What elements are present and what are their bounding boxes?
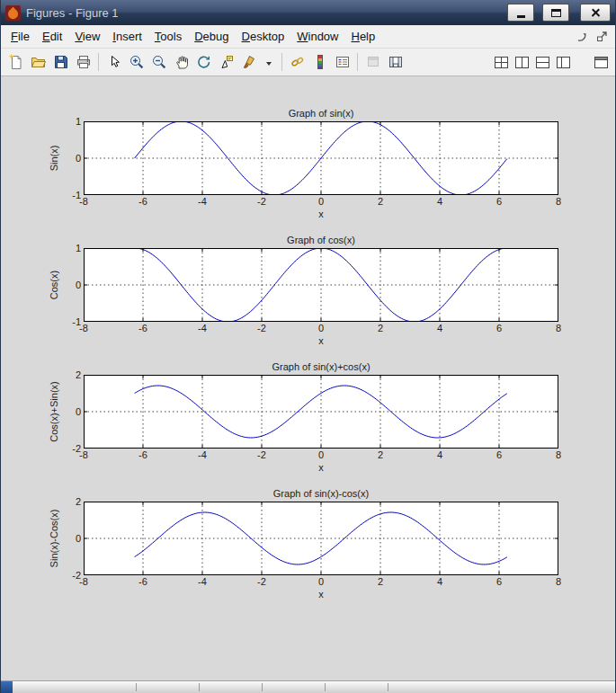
new-figure-button[interactable] [4, 51, 27, 74]
x-tick-label: -4 [198, 576, 207, 587]
tile-left-button[interactable] [554, 51, 572, 74]
cos-plot[interactable] [84, 248, 558, 322]
minimize-figure-button[interactable] [574, 30, 590, 44]
menu-desktop[interactable]: Desktop [236, 27, 291, 46]
maximize-figure-button[interactable] [592, 51, 610, 74]
plot-title: Graph of sin(x)-cos(x) [84, 487, 558, 502]
tile-vertical-button[interactable] [513, 51, 531, 74]
plot-title: Graph of sin(x)+cos(x) [84, 360, 558, 375]
minimize-button[interactable] [507, 4, 534, 22]
undock-figure-button[interactable] [594, 30, 610, 44]
tile-left-icon [557, 57, 570, 68]
data-cursor-button[interactable] [215, 51, 237, 74]
tile-horizontal-button[interactable] [533, 51, 551, 74]
show-plot-tools-button[interactable] [384, 51, 406, 74]
tile-vertical-icon [515, 57, 529, 68]
y-tick-label: 0 [76, 280, 81, 290]
x-tick-label: -6 [138, 323, 147, 333]
menu-file[interactable]: File [4, 27, 36, 46]
insert-colorbar-button[interactable] [308, 51, 331, 74]
insert-legend-button[interactable] [331, 51, 353, 74]
menu-window[interactable]: Window [290, 27, 344, 46]
close-icon [591, 8, 601, 18]
menu-view[interactable]: View [68, 27, 106, 46]
sin-plus-cos-plot[interactable] [84, 375, 558, 449]
zoom-out-button[interactable] [147, 51, 170, 74]
maximize-figure-icon [594, 57, 608, 68]
pan-button[interactable] [170, 51, 192, 74]
x-tick-label: 2 [378, 323, 383, 333]
sin-plot[interactable] [84, 121, 558, 195]
x-tick-label: 4 [437, 449, 442, 460]
figure-canvas: Graph of sin(x) Sin(x) -101 -8-6-4-20246… [1, 76, 615, 680]
x-tick-label: 6 [496, 576, 502, 587]
x-tick-label: 4 [437, 323, 442, 333]
hide-plot-tools-button[interactable] [362, 51, 384, 74]
x-tick-label: 8 [556, 576, 561, 587]
y-axis-label: Sin(x) [42, 121, 66, 195]
edit-plot-button[interactable] [103, 51, 125, 74]
plot-title: Graph of cos(x) [84, 234, 558, 248]
brush-dropdown-button[interactable] [260, 51, 278, 74]
subplot-sin: Graph of sin(x) Sin(x) -101 -8-6-4-20246… [42, 107, 558, 222]
menu-debug[interactable]: Debug [188, 27, 235, 46]
x-tick-label: 0 [318, 449, 324, 460]
figure-toolbar [1, 49, 615, 76]
y-tick-label: 0 [76, 406, 81, 417]
link-plot-button[interactable] [286, 51, 308, 74]
x-tick-label: -2 [257, 196, 266, 207]
subplot-sin-minus-cos: Graph of sin(x)-cos(x) Sin(x)-Cos(x) -20… [42, 487, 558, 602]
zoom-in-icon [129, 54, 145, 70]
x-tick-label: -8 [79, 323, 88, 333]
y-tick-label: 0 [76, 533, 81, 544]
x-tick-label: -6 [138, 576, 147, 587]
y-tick-label: 2 [76, 369, 81, 380]
y-axis-label: Cos(x)+Sin(x) [42, 375, 66, 449]
y-tick-labels: -101 [66, 121, 84, 195]
x-tick-labels: -8-6-4-202468 [84, 575, 558, 589]
save-figure-button[interactable] [49, 51, 72, 74]
open-file-button[interactable] [27, 51, 49, 74]
x-tick-label: 8 [556, 196, 561, 207]
undock-figure-icon [595, 31, 608, 43]
rotate-3d-button[interactable] [192, 51, 215, 74]
x-tick-label: -2 [257, 576, 266, 587]
menu-help[interactable]: Help [344, 27, 381, 46]
subplot-cos: Graph of cos(x) Cos(x) -101 -8-6-4-20246… [42, 234, 558, 349]
y-tick-label: 1 [76, 243, 81, 253]
sin-minus-cos-plot[interactable] [84, 502, 558, 575]
x-tick-label: -2 [257, 449, 266, 460]
print-figure-button[interactable] [72, 51, 94, 74]
menu-edit[interactable]: Edit [36, 27, 68, 46]
edit-plot-icon [106, 54, 122, 70]
pan-icon [174, 54, 190, 70]
minimize-figure-icon [576, 31, 588, 43]
x-axis-label: x [84, 462, 558, 475]
brush-icon [241, 54, 257, 70]
x-tick-label: 0 [318, 323, 324, 333]
maximize-button[interactable] [542, 4, 569, 22]
titlebar[interactable]: Figures - Figure 1 [1, 0, 615, 25]
x-tick-labels: -8-6-4-202468 [84, 449, 558, 462]
menu-tools[interactable]: Tools [148, 27, 188, 46]
taskbar-start-notch [1, 681, 13, 693]
brush-button[interactable] [237, 51, 260, 74]
tile-grid-button[interactable] [492, 51, 510, 74]
x-axis-label: x [84, 589, 558, 602]
x-tick-label: 4 [437, 576, 442, 587]
close-button[interactable] [580, 4, 611, 22]
zoom-in-button[interactable] [125, 51, 147, 74]
print-figure-icon [76, 54, 92, 70]
save-figure-icon [53, 54, 69, 70]
x-tick-labels: -8-6-4-202468 [84, 322, 558, 335]
plot-title: Graph of sin(x) [84, 107, 558, 121]
tile-grid-icon [495, 57, 508, 68]
menu-insert[interactable]: Insert [106, 27, 148, 46]
x-tick-label: 0 [318, 196, 324, 207]
x-tick-label: -2 [257, 323, 266, 333]
x-tick-label: 2 [378, 576, 383, 587]
x-tick-label: 2 [378, 449, 383, 460]
minimize-icon [517, 15, 525, 18]
x-tick-label: 6 [496, 449, 502, 460]
window-title: Figures - Figure 1 [26, 6, 499, 20]
